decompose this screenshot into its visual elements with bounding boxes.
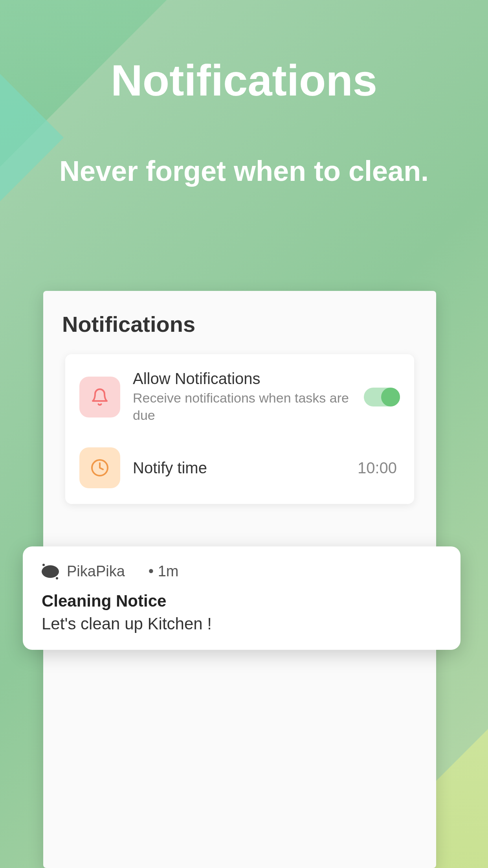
app-icon	[42, 565, 59, 578]
setting-text: Allow Notifications Receive notification…	[133, 370, 351, 424]
bell-icon	[79, 377, 120, 417]
setting-notify-time-title: Notify time	[133, 459, 345, 477]
allow-notifications-toggle[interactable]	[364, 388, 400, 406]
notification-body: Let's clean up Kitchen !	[42, 614, 442, 633]
notification-time: • 1m	[149, 563, 179, 580]
notification-app-name: PikaPika	[67, 563, 125, 580]
page-subtitle: Never forget when to clean.	[0, 153, 488, 189]
settings-card: Allow Notifications Receive notification…	[65, 354, 414, 504]
panel-title: Notifications	[62, 311, 417, 337]
notification-title: Cleaning Notice	[42, 592, 442, 611]
setting-allow-title: Allow Notifications	[133, 370, 351, 388]
setting-text: Notify time	[133, 459, 345, 477]
setting-row-allow-notifications[interactable]: Allow Notifications Receive notification…	[65, 358, 414, 436]
notification-header: PikaPika • 1m	[42, 563, 442, 580]
notify-time-value: 10:00	[358, 459, 397, 477]
setting-allow-subtitle: Receive notifications when tasks are due	[133, 389, 351, 424]
toggle-knob	[381, 388, 400, 406]
page-title: Notifications	[0, 55, 488, 106]
clock-icon	[79, 447, 120, 488]
notification-card[interactable]: PikaPika • 1m Cleaning Notice Let's clea…	[23, 546, 460, 650]
setting-row-notify-time[interactable]: Notify time 10:00	[65, 436, 414, 500]
